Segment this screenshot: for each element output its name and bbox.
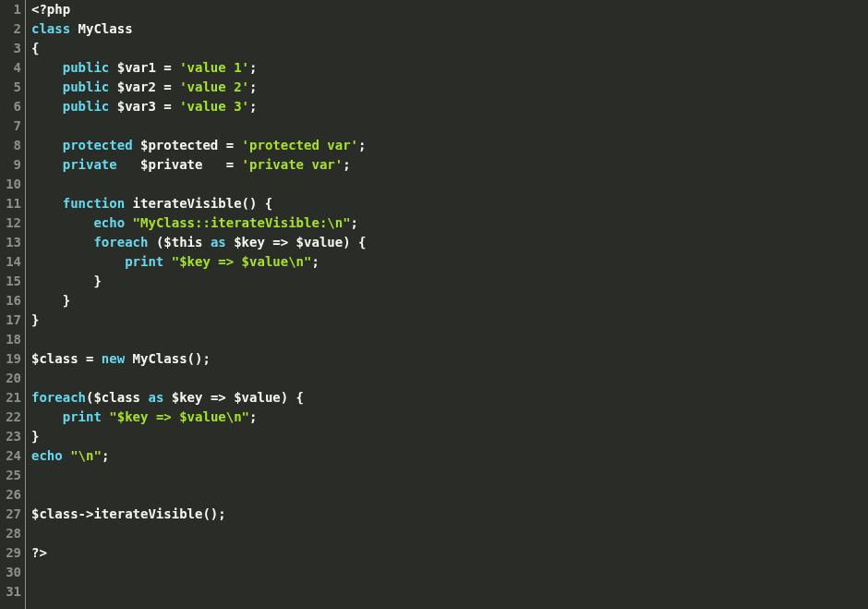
code-token: } [31, 274, 102, 288]
line-number: 13 [0, 233, 21, 252]
code-line[interactable]: echo "\n"; [31, 446, 366, 466]
line-number: 10 [0, 175, 21, 194]
code-token: function [63, 196, 125, 211]
code-line[interactable]: echo "MyClass::iterateVisible:\n"; [31, 213, 366, 233]
code-token [163, 254, 171, 269]
code-token: $private = [117, 157, 242, 172]
code-token: 'value 3' [179, 99, 249, 114]
line-number: 9 [0, 155, 21, 175]
code-token: ; [249, 79, 257, 94]
line-number: 7 [0, 116, 21, 136]
code-token: $var3 = [109, 99, 179, 114]
code-token: class [31, 21, 70, 36]
code-token: MyClass [70, 21, 132, 36]
code-token: } [31, 293, 70, 308]
code-line[interactable]: function iterateVisible() { [31, 194, 366, 213]
code-token [31, 215, 93, 230]
code-token [31, 409, 63, 424]
code-token: 'private var' [242, 157, 344, 172]
code-token [31, 254, 125, 269]
code-editor[interactable]: 1234567891011121314151617181920212223242… [0, 0, 868, 609]
line-number: 29 [0, 543, 21, 563]
code-token: "$key => $value\n" [172, 254, 312, 269]
code-token: foreach [93, 235, 148, 250]
line-number: 18 [0, 330, 21, 349]
line-number: 23 [0, 427, 21, 446]
code-token: MyClass(); [125, 351, 211, 366]
code-line[interactable]: foreach ($this as $key => $value) { [31, 233, 366, 252]
code-line[interactable] [31, 330, 366, 349]
code-token: <?php [31, 2, 70, 17]
code-token: ($class [86, 390, 148, 405]
code-token [63, 448, 70, 463]
code-line[interactable] [31, 369, 366, 388]
line-number: 15 [0, 272, 21, 291]
code-line[interactable]: private $private = 'private var'; [31, 155, 366, 175]
code-area[interactable]: <?phpclass MyClass{ public $var1 = 'valu… [26, 0, 366, 609]
code-token: public [63, 60, 110, 75]
line-number: 5 [0, 78, 21, 97]
code-token: "\n" [70, 448, 102, 463]
code-line[interactable]: $class = new MyClass(); [31, 349, 366, 369]
code-line[interactable]: } [31, 272, 366, 291]
code-token [31, 196, 63, 211]
code-token: iterateVisible() { [125, 196, 272, 211]
code-line[interactable] [31, 175, 366, 194]
line-number: 14 [0, 252, 21, 272]
code-line[interactable]: print "$key => $value\n"; [31, 408, 366, 427]
code-line[interactable] [31, 582, 366, 602]
code-token: ?> [31, 545, 47, 560]
code-line[interactable]: protected $protected = 'protected var'; [31, 136, 366, 155]
code-token: } [31, 429, 39, 444]
code-token: ; [311, 254, 319, 269]
code-line[interactable]: } [31, 291, 366, 311]
line-number: 26 [0, 485, 21, 505]
code-line[interactable]: <?php [31, 0, 366, 19]
code-line[interactable]: print "$key => $value\n"; [31, 252, 366, 272]
code-line[interactable]: foreach($class as $key => $value) { [31, 388, 366, 408]
code-token: echo [31, 448, 63, 463]
code-line[interactable] [31, 485, 366, 505]
line-number: 4 [0, 58, 21, 78]
code-token: $key => $value) { [163, 390, 304, 405]
line-number: 21 [0, 388, 21, 408]
line-number-gutter: 1234567891011121314151617181920212223242… [0, 0, 26, 609]
code-line[interactable]: public $var2 = 'value 2'; [31, 78, 366, 97]
line-number: 6 [0, 97, 21, 116]
code-token: ; [249, 99, 257, 114]
code-token: as [211, 235, 226, 250]
code-token [31, 60, 63, 75]
code-token: ; [343, 157, 350, 172]
code-token: "MyClass::iterateVisible:\n" [133, 215, 351, 230]
code-line[interactable] [31, 116, 366, 136]
code-token: $var1 = [109, 60, 179, 75]
code-token: } [31, 312, 39, 327]
code-token: "$key => $value\n" [109, 409, 249, 424]
code-token: ; [102, 448, 109, 463]
code-line[interactable] [31, 563, 366, 582]
code-line[interactable]: ?> [31, 543, 366, 563]
code-token: ; [249, 60, 257, 75]
code-token: foreach [31, 390, 86, 405]
code-line[interactable]: public $var3 = 'value 3'; [31, 97, 366, 116]
code-token [125, 215, 132, 230]
code-line[interactable]: } [31, 311, 366, 330]
code-line[interactable]: { [31, 39, 366, 58]
code-token: echo [93, 215, 125, 230]
code-line[interactable]: $class->iterateVisible(); [31, 505, 366, 524]
code-token: new [102, 351, 125, 366]
code-line[interactable] [31, 524, 366, 543]
code-token: 'value 2' [179, 79, 249, 94]
code-token: $protected = [133, 138, 242, 152]
code-line[interactable]: class MyClass [31, 19, 366, 39]
code-line[interactable]: } [31, 427, 366, 446]
line-number: 1 [0, 0, 21, 19]
code-line[interactable] [31, 466, 366, 485]
code-token: 'protected var' [242, 138, 358, 152]
code-token: $class->iterateVisible(); [31, 506, 226, 521]
code-line[interactable]: public $var1 = 'value 1'; [31, 58, 366, 78]
line-number: 28 [0, 524, 21, 543]
code-token [31, 138, 63, 152]
code-token [31, 99, 63, 114]
code-token: ; [351, 215, 358, 230]
